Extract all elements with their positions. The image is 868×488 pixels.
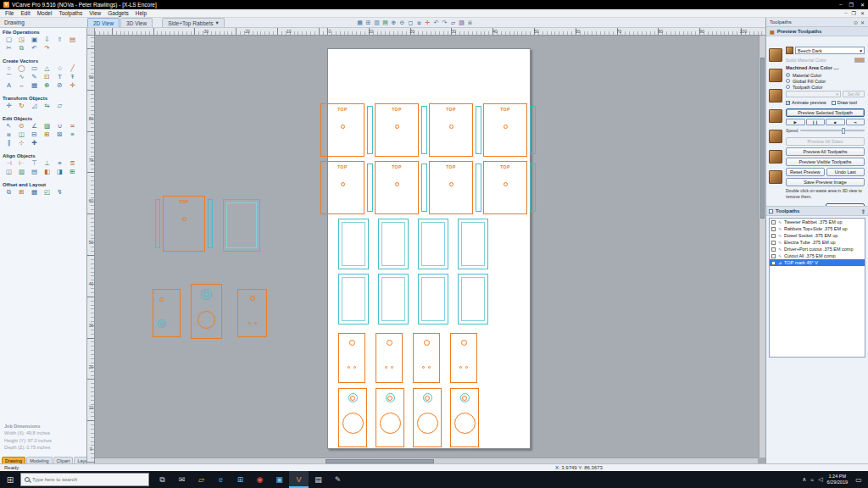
align-bottom-icon[interactable]: ⊥	[41, 159, 53, 168]
group-icon[interactable]: ⧈	[3, 130, 15, 139]
chrome-icon[interactable]: ◉	[250, 471, 270, 488]
layers-icon[interactable]: ≣	[466, 19, 474, 26]
array-copy-icon[interactable]: ⊞	[15, 188, 28, 197]
pause-button[interactable]: ❙❙	[806, 119, 826, 125]
material-select[interactable]: Beech Dark ▾	[795, 47, 865, 54]
draw-arc-icon[interactable]: ⌒	[3, 73, 15, 81]
collapse-arrow-icon[interactable]: ⇧	[861, 208, 865, 214]
preview-all-sides-button[interactable]: Preview All Sides	[786, 137, 865, 146]
side-strip-vector[interactable]	[421, 164, 427, 212]
wireframe-icon[interactable]: ▱	[449, 19, 457, 26]
draw-line-icon[interactable]: ╱	[66, 64, 79, 73]
mail-icon[interactable]: ✉	[172, 471, 192, 488]
top-panel-vector[interactable]: TOP	[375, 161, 419, 214]
side-strip-vector[interactable]	[367, 164, 373, 212]
side-strip-vector[interactable]	[208, 199, 213, 248]
undo-view-icon[interactable]: ↶	[432, 19, 440, 26]
copy-icon[interactable]: ⧉	[15, 44, 28, 53]
speed-slider-thumb[interactable]	[842, 128, 845, 134]
draw-polygon-icon[interactable]: △	[41, 64, 53, 73]
search-input[interactable]	[32, 477, 145, 482]
undo-icon[interactable]: ↶	[28, 44, 41, 53]
distribute-h-icon[interactable]: ◫	[3, 168, 15, 176]
back-panel-vector[interactable]	[376, 333, 403, 383]
floating-side-panel[interactable]	[223, 199, 260, 252]
offset-icon[interactable]: ≍	[66, 122, 79, 130]
toolpath-color-select[interactable]: ▾	[786, 91, 841, 97]
scale-icon[interactable]: ◿	[28, 102, 41, 110]
menu-item[interactable]: Help	[132, 10, 150, 16]
side-panel-vector[interactable]	[418, 274, 448, 324]
top-panel-vector[interactable]: TOP	[483, 103, 527, 157]
material-thumbnail[interactable]	[769, 48, 782, 62]
select-icon[interactable]: ↖	[3, 122, 15, 130]
speed-slider[interactable]	[800, 130, 865, 131]
rotate-icon[interactable]: ↻	[15, 102, 28, 110]
tray-expand-icon[interactable]: ∧	[802, 476, 806, 483]
ruler-icon[interactable]: ▤	[381, 19, 389, 26]
vcarve-icon[interactable]: V	[289, 471, 309, 488]
action-center-icon[interactable]: ▭	[852, 476, 865, 484]
child-close-button[interactable]: ✕	[860, 10, 865, 16]
snap-icon[interactable]: ⊹	[15, 139, 28, 147]
preview-checkbox[interactable]: Draw tool	[832, 100, 857, 105]
menu-item[interactable]: File	[2, 10, 17, 16]
photos-icon[interactable]: ▣	[270, 471, 289, 488]
preview-visible-toolpaths-button[interactable]: Preview Visible Toolpaths	[786, 158, 865, 166]
top-panel-vector[interactable]: TOP	[163, 196, 205, 252]
import-icon[interactable]: ⇩	[41, 36, 53, 44]
toolpath-item[interactable]: ∿ Rabbets Top+Side .375 EM up	[770, 225, 865, 232]
center-h-icon[interactable]: ≡	[53, 159, 66, 168]
side-panel-vector[interactable]	[458, 219, 488, 269]
task-view-icon[interactable]: ⧉	[153, 471, 172, 488]
subtract-icon[interactable]: ⊟	[28, 130, 41, 139]
top-panel-vector[interactable]: TOP	[429, 161, 473, 214]
sheet-tab[interactable]: Side+Top Rabbets ▾	[162, 18, 225, 27]
side-strip-vector[interactable]	[367, 106, 373, 154]
fill-icon[interactable]: ▨	[41, 122, 53, 130]
close-panel-icon[interactable]: ✕	[860, 19, 865, 25]
align-left-icon[interactable]: ⊣	[3, 159, 15, 168]
front-baffle-vector[interactable]	[376, 388, 404, 447]
distort-icon[interactable]: ▱	[53, 102, 66, 110]
side-panel-vector[interactable]	[338, 274, 369, 324]
text-on-curve-icon[interactable]: Ŧ	[66, 73, 79, 81]
toolpaths-master-checkbox[interactable]	[769, 209, 773, 214]
zoom-window-icon[interactable]: ◻	[407, 19, 415, 26]
dimension-icon[interactable]: ↔	[15, 81, 28, 90]
file-explorer-icon[interactable]: ▱	[192, 471, 211, 488]
toolpath-item[interactable]: ∿ Tweeter Rabbet .375 EM up	[770, 219, 865, 225]
join-icon[interactable]: ≡	[66, 130, 79, 139]
parallel-icon[interactable]: ∥	[3, 139, 15, 147]
stop-button[interactable]: ■	[826, 119, 845, 125]
material-thumbnail[interactable]	[769, 69, 782, 82]
redo-icon[interactable]: ↷	[41, 44, 53, 53]
material-thumbnail[interactable]	[769, 170, 782, 184]
close-button[interactable]: ✕	[860, 2, 865, 8]
child-minimize-button[interactable]: –	[844, 10, 847, 16]
toolpath-checkbox[interactable]	[771, 247, 776, 252]
back-panel-vector[interactable]	[338, 333, 365, 383]
start-button[interactable]: ⊞	[0, 471, 20, 488]
taskbar-search[interactable]	[20, 473, 149, 486]
side-panel-vector[interactable]	[378, 274, 409, 324]
draw-rectangle-icon[interactable]: ▭	[28, 64, 41, 73]
front-baffle-vector[interactable]	[413, 388, 442, 447]
drawing-canvas[interactable]: -30-20-100102030405060708090100 90807060…	[87, 28, 765, 464]
insert-icon[interactable]: ✚	[28, 139, 41, 147]
node-icon[interactable]: ⊙	[15, 122, 28, 130]
add-icon[interactable]: ⊞	[41, 130, 53, 139]
print-icon[interactable]: ▤	[66, 36, 79, 44]
draw-curve-icon[interactable]: ∿	[15, 73, 28, 81]
material-thumbnail[interactable]	[769, 150, 782, 164]
draw-ellipse-icon[interactable]: ◯	[15, 64, 28, 73]
back-panel-vector[interactable]	[450, 333, 477, 383]
toolpath-checkbox[interactable]	[771, 234, 776, 238]
save-file-icon[interactable]: ▣	[28, 36, 41, 44]
material-thumbnail[interactable]	[769, 109, 782, 123]
measure-icon[interactable]: ∠	[28, 122, 41, 130]
redo-view-icon[interactable]: ↷	[441, 19, 448, 26]
guides-icon[interactable]: ▥	[373, 19, 381, 26]
align-top-icon[interactable]: ⊤	[28, 159, 41, 168]
new-file-icon[interactable]: ▢	[3, 36, 15, 44]
